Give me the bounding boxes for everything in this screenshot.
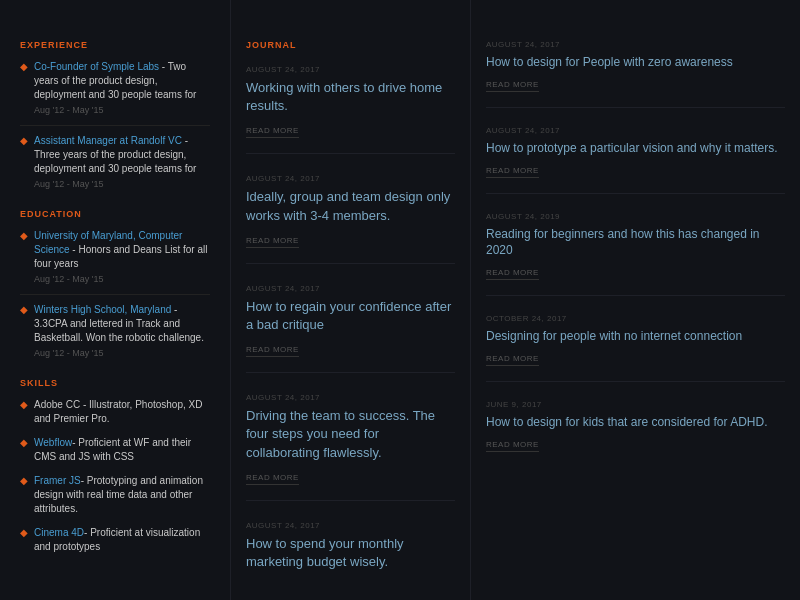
journal-date-5: AUGUST 24, 2017: [246, 521, 455, 530]
journal-entry-1: AUGUST 24, 2017 Working with others to d…: [246, 65, 455, 154]
right-read-more-3[interactable]: Read More: [486, 268, 539, 280]
journal-entry-2: AUGUST 24, 2017 Ideally, group and team …: [246, 174, 455, 263]
journal-entry-3: AUGUST 24, 2017 How to regain your confi…: [246, 284, 455, 373]
exp-entry-2: ◆ Assistant Manager at Randolf VC - Thre…: [20, 134, 210, 189]
right-title-5: How to design for kids that are consider…: [486, 414, 785, 431]
right-read-more-1[interactable]: Read More: [486, 80, 539, 92]
right-date-3: AUGUST 24, 2019: [486, 212, 785, 221]
right-date-2: AUGUST 24, 2017: [486, 126, 785, 135]
journal-entry-title-3: How to regain your confidence after a ba…: [246, 298, 455, 334]
bullet-icon: ◆: [20, 437, 28, 464]
journal-column: JOURNAL AUGUST 24, 2017 Working with oth…: [230, 0, 470, 600]
edu-2-date: Aug '12 - May '15: [34, 348, 210, 358]
right-entry-1: AUGUST 24, 2017 How to design for People…: [486, 40, 785, 108]
journal-title: JOURNAL: [246, 40, 455, 50]
journal-entry-5: AUGUST 24, 2017 How to spend your monthl…: [246, 521, 455, 594]
skill-entry-4: ◆ Cinema 4D- Proficient at visualization…: [20, 526, 210, 554]
journal-date-2: AUGUST 24, 2017: [246, 174, 455, 183]
right-column: AUGUST 24, 2017 How to design for People…: [470, 0, 800, 600]
right-entry-2: AUGUST 24, 2017 How to prototype a parti…: [486, 126, 785, 194]
right-title-3: Reading for beginners and how this has c…: [486, 226, 785, 260]
right-title-2: How to prototype a particular vision and…: [486, 140, 785, 157]
edu-1-title: University of Maryland, Computer Science…: [34, 229, 210, 271]
exp-2-title: Assistant Manager at Randolf VC - Three …: [34, 134, 210, 176]
journal-entry-title-2: Ideally, group and team design only work…: [246, 188, 455, 224]
exp-1-highlight: Co-Founder of Symple Labs: [34, 61, 159, 72]
skill-4-text: Cinema 4D- Proficient at visualization a…: [34, 526, 210, 554]
read-more-1[interactable]: READ MORE: [246, 126, 299, 138]
read-more-2[interactable]: READ MORE: [246, 236, 299, 248]
bullet-icon: ◆: [20, 399, 28, 426]
edu-2-highlight: Winters High School, Maryland: [34, 304, 171, 315]
skill-entry-3: ◆ Framer JS- Prototyping and animation d…: [20, 474, 210, 516]
education-title: EDUCATION: [20, 209, 210, 219]
right-date-5: JUNE 9, 2017: [486, 400, 785, 409]
skill-3-text: Framer JS- Prototyping and animation des…: [34, 474, 210, 516]
divider: [20, 125, 210, 126]
education-section: EDUCATION ◆ University of Maryland, Comp…: [20, 209, 210, 358]
right-entry-3: AUGUST 24, 2019 Reading for beginners an…: [486, 212, 785, 297]
read-more-3[interactable]: READ MORE: [246, 345, 299, 357]
edu-1-date: Aug '12 - May '15: [34, 274, 210, 284]
right-title-4: Designing for people with no internet co…: [486, 328, 785, 345]
read-more-4[interactable]: READ MORE: [246, 473, 299, 485]
journal-entry-title-5: How to spend your monthly marketing budg…: [246, 535, 455, 571]
exp-entry-1: ◆ Co-Founder of Symple Labs - Two years …: [20, 60, 210, 115]
bullet-icon: ◆: [20, 230, 28, 284]
sidebar: EXPERIENCE ◆ Co-Founder of Symple Labs -…: [0, 0, 230, 600]
bullet-icon: ◆: [20, 61, 28, 115]
right-read-more-4[interactable]: Read More: [486, 354, 539, 366]
exp-2-highlight: Assistant Manager at Randolf VC: [34, 135, 182, 146]
journal-date-3: AUGUST 24, 2017: [246, 284, 455, 293]
right-entry-5: JUNE 9, 2017 How to design for kids that…: [486, 400, 785, 467]
journal-entry-title-1: Working with others to drive home result…: [246, 79, 455, 115]
skill-entry-1: ◆ Adobe CC - Illustrator, Photoshop, XD …: [20, 398, 210, 426]
journal-date-1: AUGUST 24, 2017: [246, 65, 455, 74]
journal-entry-title-4: Driving the team to success. The four st…: [246, 407, 455, 462]
right-date-4: OCTOBER 24, 2017: [486, 314, 785, 323]
skills-title: SKILLS: [20, 378, 210, 388]
bullet-icon: ◆: [20, 135, 28, 189]
journal-date-4: AUGUST 24, 2017: [246, 393, 455, 402]
exp-2-date: Aug '12 - May '15: [34, 179, 210, 189]
experience-title: EXPERIENCE: [20, 40, 210, 50]
right-entry-4: OCTOBER 24, 2017 Designing for people wi…: [486, 314, 785, 382]
right-date-1: AUGUST 24, 2017: [486, 40, 785, 49]
right-read-more-5[interactable]: Read More: [486, 440, 539, 452]
right-read-more-2[interactable]: Read More: [486, 166, 539, 178]
divider: [20, 294, 210, 295]
skill-1-text: Adobe CC - Illustrator, Photoshop, XD an…: [34, 398, 210, 426]
exp-1-date: Aug '12 - May '15: [34, 105, 210, 115]
experience-section: EXPERIENCE ◆ Co-Founder of Symple Labs -…: [20, 40, 210, 189]
bullet-icon: ◆: [20, 304, 28, 358]
right-title-1: How to design for People with zero aware…: [486, 54, 785, 71]
exp-1-title: Co-Founder of Symple Labs - Two years of…: [34, 60, 210, 102]
bullet-icon: ◆: [20, 475, 28, 516]
edu-entry-1: ◆ University of Maryland, Computer Scien…: [20, 229, 210, 284]
bullet-icon: ◆: [20, 527, 28, 554]
skill-entry-2: ◆ Webflow- Proficient at WF and their CM…: [20, 436, 210, 464]
skills-section: SKILLS ◆ Adobe CC - Illustrator, Photosh…: [20, 378, 210, 554]
skill-2-text: Webflow- Proficient at WF and their CMS …: [34, 436, 210, 464]
edu-2-title: Winters High School, Maryland - 3.3CPA a…: [34, 303, 210, 345]
edu-entry-2: ◆ Winters High School, Maryland - 3.3CPA…: [20, 303, 210, 358]
journal-entry-4: AUGUST 24, 2017 Driving the team to succ…: [246, 393, 455, 501]
